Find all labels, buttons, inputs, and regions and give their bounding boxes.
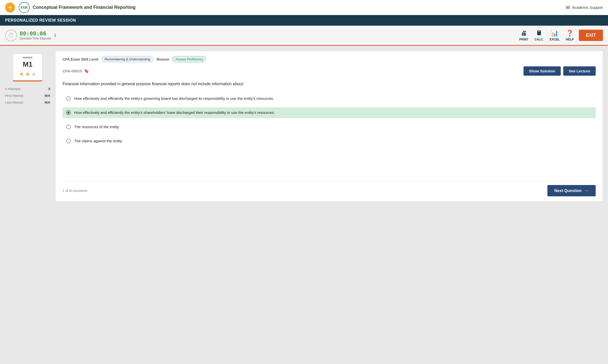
radio-c[interactable] bbox=[66, 125, 71, 129]
main-content: M1 ★ ★ ★ # Attempts 0 First Attempt N/A … bbox=[0, 46, 608, 207]
question-footer: 1 of 20 questions Next Question → bbox=[63, 181, 596, 196]
question-panel: CPA Exam Skill Level Remembering & Under… bbox=[55, 51, 603, 202]
question-text: Financial information provided in genera… bbox=[63, 81, 596, 87]
plus-icon: + bbox=[5, 3, 15, 13]
session-title: PERSONALIZED REVIEW SESSION bbox=[5, 18, 76, 22]
help-label: HELP bbox=[566, 38, 574, 41]
last-attempt-row: Last Attempt N/A bbox=[5, 99, 50, 106]
question-id-section: CPA-00015 🔖 bbox=[63, 69, 89, 73]
clock-icon: ⏱ bbox=[5, 29, 17, 41]
radio-d[interactable] bbox=[66, 139, 71, 143]
option-b-text: How effectively and efficiently the enti… bbox=[74, 110, 275, 116]
toolbar: ⏱ 00:00:06 Question Time Elapsed ℹ 🖨 PRI… bbox=[0, 26, 608, 46]
skill-badge: Remembering & Understanding bbox=[101, 56, 154, 62]
timer-info: 00:00:06 Question Time Elapsed bbox=[20, 30, 51, 40]
print-label: PRINT bbox=[519, 38, 528, 41]
print-icon: 🖨 bbox=[521, 30, 527, 37]
cpa-exam-skill-label: CPA Exam Skill Level bbox=[63, 57, 98, 61]
help-button[interactable]: ❓ HELP bbox=[566, 30, 574, 41]
badge-top-bar bbox=[23, 57, 33, 58]
option-a-text: How effectively and efficiently the enti… bbox=[74, 96, 274, 102]
reason-label: Reason bbox=[157, 57, 169, 61]
show-solution-button[interactable]: Show Solution bbox=[524, 66, 561, 76]
info-icon[interactable]: ℹ bbox=[54, 33, 56, 38]
option-c-text: The resources of the entity. bbox=[74, 124, 120, 130]
academic-support-label: Academic Support bbox=[572, 5, 603, 10]
badge-card: M1 ★ ★ ★ bbox=[13, 53, 43, 81]
stats-section: # Attempts 0 First Attempt N/A Last Atte… bbox=[5, 85, 50, 106]
star-3: ★ bbox=[31, 71, 36, 77]
help-icon: ❓ bbox=[566, 30, 574, 37]
first-attempt-label: First Attempt bbox=[5, 94, 23, 98]
excel-icon: 📊 bbox=[551, 30, 558, 37]
reason-badge: Assess Proficiency bbox=[172, 56, 206, 62]
option-c-row[interactable]: The resources of the entity. bbox=[63, 122, 596, 132]
attempts-row: # Attempts 0 bbox=[5, 85, 50, 92]
bookmark-icon[interactable]: 🔖 bbox=[84, 69, 89, 73]
question-count: 1 of 20 questions bbox=[63, 189, 88, 193]
option-d-text: The claims against the entity. bbox=[74, 138, 123, 144]
question-toolbar: CPA-00015 🔖 Show Solution See Lecture bbox=[63, 66, 596, 76]
star-1: ★ bbox=[19, 71, 24, 77]
timer-label: Question Time Elapsed bbox=[20, 37, 51, 40]
radio-b[interactable] bbox=[66, 110, 71, 115]
star-2: ★ bbox=[25, 71, 30, 77]
action-buttons: Show Solution See Lecture bbox=[524, 66, 596, 76]
calc-label: CALC. bbox=[534, 38, 544, 41]
question-text-italic: not bbox=[191, 82, 197, 86]
option-b-row[interactable]: How effectively and efficiently the enti… bbox=[63, 107, 596, 118]
calc-icon: 🖩 bbox=[536, 30, 542, 37]
options-list: How effectively and efficiently the enti… bbox=[63, 93, 596, 174]
attempts-label: # Attempts bbox=[5, 87, 20, 91]
question-text-before: Financial information provided in genera… bbox=[63, 82, 191, 86]
radio-a[interactable] bbox=[66, 96, 71, 101]
timer-section: ⏱ 00:00:06 Question Time Elapsed ℹ bbox=[5, 29, 56, 41]
radio-b-inner bbox=[67, 112, 69, 114]
last-attempt-label: Last Attempt bbox=[5, 101, 23, 104]
nav-title: Conceptual Framework and Financial Repor… bbox=[33, 5, 566, 10]
attempts-value: 0 bbox=[49, 87, 50, 91]
next-question-button[interactable]: Next Question → bbox=[547, 185, 596, 196]
question-id-text: CPA-00015 bbox=[63, 69, 82, 73]
academic-support-link[interactable]: ✉ Academic Support bbox=[566, 5, 603, 11]
timer-value: 00:00:06 bbox=[20, 30, 51, 37]
toolbar-actions: 🖨 PRINT 🖩 CALC. 📊 EXCEL ❓ HELP bbox=[519, 30, 574, 41]
badge-label: M1 bbox=[23, 60, 33, 68]
excel-label: EXCEL bbox=[550, 38, 560, 41]
session-header: PERSONALIZED REVIEW SESSION bbox=[0, 15, 608, 26]
exit-button[interactable]: EXIT bbox=[579, 30, 603, 41]
first-attempt-value: N/A bbox=[45, 94, 50, 98]
first-attempt-row: First Attempt N/A bbox=[5, 92, 50, 99]
print-button[interactable]: 🖨 PRINT bbox=[519, 30, 528, 41]
sidebar: M1 ★ ★ ★ # Attempts 0 First Attempt N/A … bbox=[5, 51, 50, 106]
see-lecture-button[interactable]: See Lecture bbox=[563, 66, 596, 76]
option-d-row[interactable]: The claims against the entity. bbox=[63, 136, 596, 147]
calc-button[interactable]: 🖩 CALC. bbox=[534, 30, 544, 41]
last-attempt-value: N/A bbox=[45, 101, 50, 104]
next-btn-label: Next Question bbox=[554, 189, 582, 193]
far-badge: FAR bbox=[19, 2, 30, 13]
question-text-after: include information about: bbox=[197, 82, 244, 86]
top-navigation: + FAR Conceptual Framework and Financial… bbox=[0, 0, 608, 15]
option-a-row[interactable]: How effectively and efficiently the enti… bbox=[63, 93, 596, 104]
question-meta: CPA Exam Skill Level Remembering & Under… bbox=[63, 56, 596, 62]
stars-row: ★ ★ ★ bbox=[19, 71, 36, 77]
excel-button[interactable]: 📊 EXCEL bbox=[550, 30, 560, 41]
arrow-right-icon: → bbox=[584, 188, 589, 193]
envelope-icon: ✉ bbox=[566, 5, 570, 11]
